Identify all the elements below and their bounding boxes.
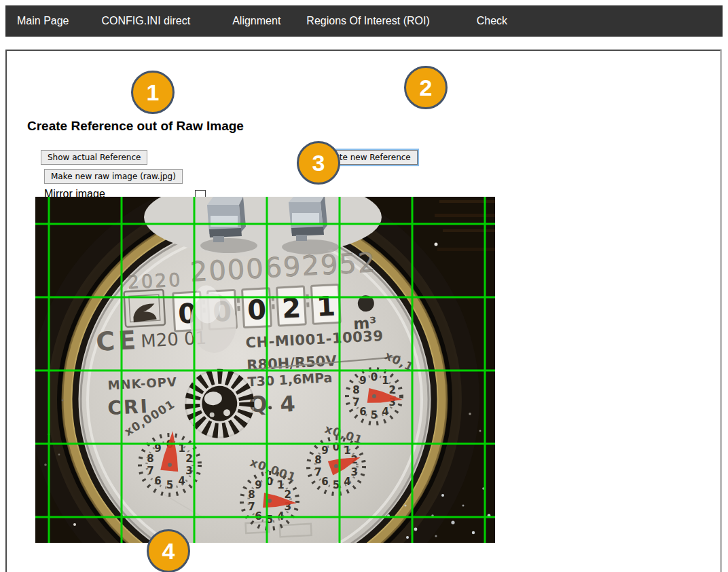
nav-item-alignment[interactable]: Alignment (232, 15, 280, 27)
clip-left (207, 197, 246, 242)
svg-text:8: 8 (314, 454, 321, 466)
nav-item-main-page[interactable]: Main Page (17, 15, 69, 27)
odometer-digit: 0 (247, 294, 267, 326)
svg-text:1: 1 (277, 479, 284, 491)
svg-text:8: 8 (248, 489, 255, 501)
svg-text:1: 1 (382, 375, 388, 387)
svg-text:9: 9 (359, 375, 366, 387)
show-actual-reference-button[interactable]: Show actual Reference (41, 150, 147, 165)
svg-text:8: 8 (352, 384, 359, 396)
svg-text:8: 8 (147, 453, 153, 465)
annotation-circle-2: 2 (404, 66, 448, 109)
reference-image: 2020 2000692952 0 0 0 2 1 m³ CE (35, 197, 495, 543)
odometer-digit: 1 (316, 290, 336, 322)
svg-text:5: 5 (371, 409, 378, 421)
svg-text:9: 9 (255, 479, 261, 491)
svg-text:7: 7 (248, 501, 255, 513)
page-title: Create Reference out of Raw Image (27, 119, 244, 134)
svg-text:1: 1 (344, 444, 350, 457)
svg-text:7: 7 (147, 465, 153, 477)
svg-text:6: 6 (321, 476, 328, 488)
svg-text:2: 2 (185, 453, 192, 465)
svg-text:9: 9 (321, 444, 328, 457)
annotation-circle-3: 3 (297, 141, 340, 185)
make-new-raw-image-button[interactable]: Make new raw image (raw.jpg) (44, 169, 183, 184)
clip-right (289, 197, 327, 241)
annotation-circle-4: 4 (147, 529, 190, 572)
svg-text:6: 6 (359, 406, 366, 418)
svg-text:6: 6 (154, 475, 161, 487)
svg-text:4: 4 (344, 476, 350, 488)
nav-item-roi[interactable]: Regions Of Interest (ROI) (306, 15, 429, 27)
svg-text:5: 5 (166, 479, 173, 491)
svg-text:4: 4 (382, 406, 388, 418)
svg-text:0: 0 (371, 371, 378, 383)
svg-text:3: 3 (350, 466, 357, 478)
flow-value: 4 (279, 391, 295, 417)
ce-mark: CE (95, 325, 140, 357)
top-navbar: Main Page CONFIG.INI direct Alignment Re… (5, 5, 723, 37)
svg-text:7: 7 (314, 466, 321, 478)
svg-text:2: 2 (388, 384, 395, 396)
nav-item-check[interactable]: Check (477, 15, 507, 27)
meter-logo-box (124, 290, 165, 327)
svg-text:3: 3 (185, 465, 192, 477)
annotation-circle-1: 1 (131, 71, 175, 114)
svg-text:4: 4 (178, 475, 185, 487)
nav-item-config-ini[interactable]: CONFIG.INI direct (102, 15, 191, 27)
svg-text:7: 7 (352, 396, 359, 408)
